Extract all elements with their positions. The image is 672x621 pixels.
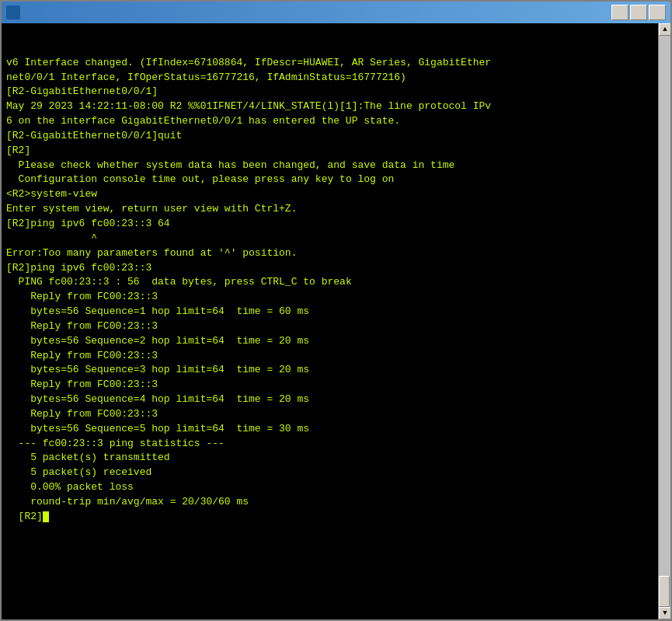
content-area: v6 Interface changed. (IfIndex=67108864,… <box>2 23 670 619</box>
terminal-line: 0.00% packet loss <box>6 480 653 495</box>
terminal-line: 5 packet(s) received <box>6 466 653 480</box>
terminal-line: <R2>system-view <box>6 187 653 202</box>
terminal-line: bytes=56 Sequence=5 hop limit=64 time = … <box>6 422 653 437</box>
scrollbar-track[interactable] <box>659 36 670 607</box>
terminal-line: bytes=56 Sequence=1 hop limit=64 time = … <box>6 305 653 319</box>
terminal-line: Enter system view, return user view with… <box>6 202 653 217</box>
terminal-line: Error:Too many parameters found at '^' p… <box>6 246 653 261</box>
terminal-window: v6 Interface changed. (IfIndex=67108864,… <box>0 0 672 621</box>
terminal-line: round-trip min/avg/max = 20/30/60 ms <box>6 495 653 510</box>
terminal-line: 6 on the interface GigabitEthernet0/0/1 … <box>6 114 653 129</box>
terminal-line: May 29 2023 14:22:11-08:00 R2 %%01IFNET/… <box>6 99 653 114</box>
terminal-cursor <box>43 511 49 522</box>
terminal-line: net0/0/1 Interface, IfOperStatus=1677721… <box>6 71 653 85</box>
scroll-up-button[interactable]: ▲ <box>659 23 670 36</box>
minimize-button[interactable] <box>611 5 628 20</box>
scrollbar-thumb[interactable] <box>659 576 670 607</box>
terminal-line: 5 packet(s) transmitted <box>6 451 653 466</box>
terminal-line: PING fc00:23::3 : 56 data bytes, press C… <box>6 275 653 290</box>
terminal-line: Reply from FC00:23::3 <box>6 319 653 334</box>
terminal-line: [R2] <box>6 144 653 159</box>
terminal-line: ^ <box>6 232 653 246</box>
terminal-line: --- fc00:23::3 ping statistics --- <box>6 437 653 452</box>
terminal-line: v6 Interface changed. (IfIndex=67108864,… <box>6 56 653 71</box>
terminal-line: Reply from FC00:23::3 <box>6 349 653 364</box>
terminal-line: [R2] <box>6 510 653 525</box>
app-icon <box>6 5 20 19</box>
close-button[interactable] <box>649 5 666 20</box>
terminal-line: bytes=56 Sequence=4 hop limit=64 time = … <box>6 392 653 407</box>
terminal-line: Configuration console time out, please p… <box>6 173 653 187</box>
maximize-button[interactable] <box>630 5 647 20</box>
title-bar <box>2 2 670 23</box>
terminal-line: Reply from FC00:23::3 <box>6 407 653 422</box>
terminal-line: Please check whether system data has bee… <box>6 159 653 173</box>
terminal-line: [R2]ping ipv6 fc00:23::3 <box>6 261 653 276</box>
terminal-line: bytes=56 Sequence=3 hop limit=64 time = … <box>6 363 653 378</box>
terminal-line: [R2-GigabitEthernet0/0/1] <box>6 85 653 99</box>
terminal-line: [R2-GigabitEthernet0/0/1]quit <box>6 129 653 144</box>
terminal-line: bytes=56 Sequence=2 hop limit=64 time = … <box>6 334 653 349</box>
scroll-down-button[interactable]: ▼ <box>659 607 670 619</box>
window-controls <box>611 5 666 20</box>
terminal-output[interactable]: v6 Interface changed. (IfIndex=67108864,… <box>2 23 658 619</box>
scrollbar[interactable]: ▲ ▼ <box>658 23 670 619</box>
terminal-line: Reply from FC00:23::3 <box>6 378 653 392</box>
terminal-line: [R2]ping ipv6 fc00:23::3 64 <box>6 217 653 232</box>
terminal-line: Reply from FC00:23::3 <box>6 290 653 305</box>
